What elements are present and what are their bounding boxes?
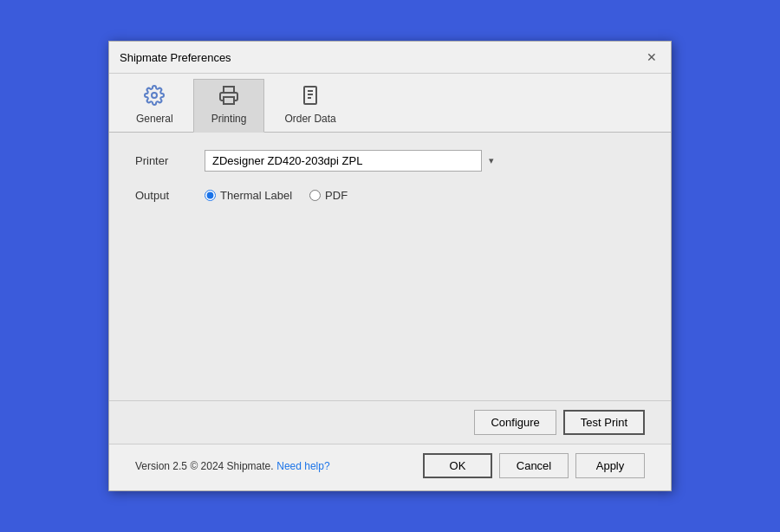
title-bar: Shipmate Preferences ✕ <box>109 42 671 74</box>
printer-control: ZDesigner ZD420-203dpi ZPL ▾ <box>205 150 499 172</box>
dialog-title: Shipmate Preferences <box>120 51 231 64</box>
cancel-button[interactable]: Cancel <box>499 453 569 478</box>
tab-content: Printer ZDesigner ZD420-203dpi ZPL ▾ Out… <box>109 133 671 400</box>
pdf-radio[interactable] <box>309 190 321 201</box>
preferences-dialog: Shipmate Preferences ✕ General Printing <box>108 41 672 491</box>
close-button[interactable]: ✕ <box>643 49 660 66</box>
print-icon <box>218 85 239 111</box>
pdf-option[interactable]: PDF <box>309 189 348 202</box>
version-text: Version 2.5 © 2024 Shipmate. <box>135 460 274 472</box>
tab-printing-label: Printing <box>211 113 247 125</box>
svg-point-0 <box>152 93 157 98</box>
printer-label: Printer <box>135 154 205 167</box>
printer-row: Printer ZDesigner ZD420-203dpi ZPL ▾ <box>135 150 645 172</box>
tab-general[interactable]: General <box>118 79 192 132</box>
ok-button[interactable]: OK <box>423 453 492 478</box>
order-data-icon <box>300 85 321 111</box>
footer-buttons: OK Cancel Apply <box>423 453 645 478</box>
test-print-button[interactable]: Test Print <box>563 410 645 435</box>
tab-general-label: General <box>136 113 173 125</box>
printer-select-wrapper: ZDesigner ZD420-203dpi ZPL ▾ <box>205 150 499 172</box>
pdf-label-text: PDF <box>325 189 348 202</box>
tab-order-data-label: Order Data <box>284 113 335 125</box>
apply-button[interactable]: Apply <box>575 453 645 478</box>
svg-rect-1 <box>224 97 234 104</box>
action-row: Configure Test Print <box>109 400 671 444</box>
tab-bar: General Printing Order Da <box>109 74 671 133</box>
footer-info: Version 2.5 © 2024 Shipmate. Need help? <box>135 459 330 472</box>
dropdown-arrow-icon: ▾ <box>489 155 494 166</box>
tab-printing[interactable]: Printing <box>193 79 265 133</box>
thermal-label-text: Thermal Label <box>220 189 292 202</box>
thermal-label-option[interactable]: Thermal Label <box>205 189 292 202</box>
tab-order-data[interactable]: Order Data <box>266 79 354 132</box>
thermal-radio[interactable] <box>205 190 216 201</box>
output-row: Output Thermal Label PDF <box>135 189 645 202</box>
output-radio-group: Thermal Label PDF <box>205 189 348 202</box>
output-label: Output <box>135 189 205 202</box>
printer-select[interactable]: ZDesigner ZD420-203dpi ZPL <box>205 150 482 172</box>
configure-button[interactable]: Configure <box>474 410 556 435</box>
help-link[interactable]: Need help? <box>276 460 329 472</box>
gear-icon <box>144 85 165 111</box>
footer: Version 2.5 © 2024 Shipmate. Need help? … <box>109 444 671 490</box>
